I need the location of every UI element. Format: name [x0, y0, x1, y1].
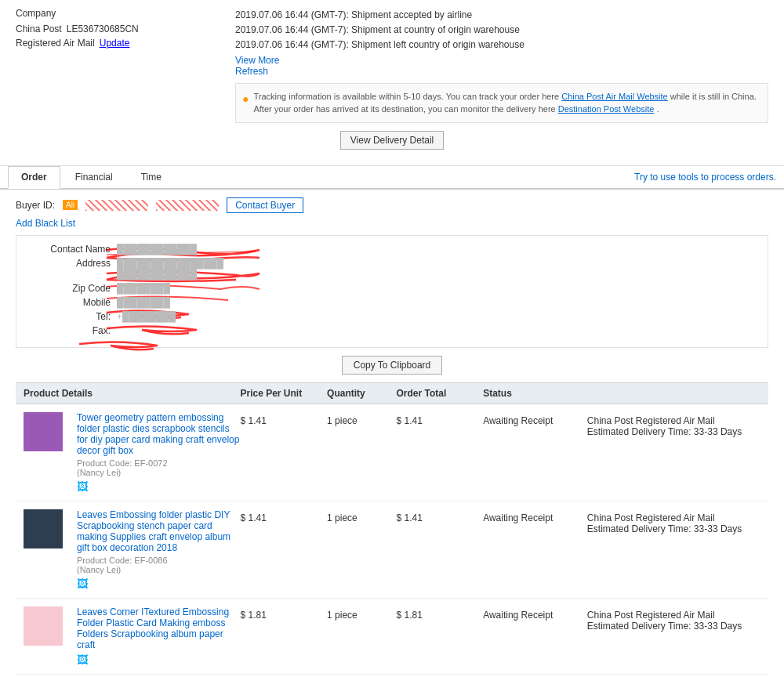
buyer-row: Buyer ID: Ali Contact Buyer [16, 197, 768, 213]
info-text-1: Tracking information is available within… [253, 92, 561, 101]
order-content: Buyer ID: Ali Contact Buyer Add Black Li… [0, 190, 784, 677]
update-link[interactable]: Update [100, 38, 130, 49]
page-wrapper: Company China Post LE536730685CN Registe… [0, 0, 784, 677]
product-details-cell: Leaves Corner ITextured Embossing Folder… [24, 606, 240, 666]
contact-name-field: Contact Name ████████████ [32, 244, 752, 255]
header-status: Status [483, 388, 587, 399]
address-label: Address [32, 258, 111, 280]
cell-total: $ 1.41 [397, 509, 484, 523]
product-thumbnail [24, 606, 63, 646]
cell-quantity: 1 piece [327, 412, 396, 426]
cell-status: Awaiting Receipt [483, 509, 587, 523]
header-product: Product Details [24, 388, 240, 399]
tracking-event-3: 2019.07.06 16:44 (GMT-7): Shipment left … [235, 38, 768, 52]
table-row: Leaves Corner ITextured Embossing Folder… [16, 599, 768, 675]
delivery-time: Estimated Delivery Time: 33-33 Days [587, 426, 760, 437]
add-blacklist-link[interactable]: Add Black List [16, 218, 768, 229]
tab-order[interactable]: Order [8, 166, 60, 189]
delivery-carrier: China Post Registered Air Mail [587, 610, 760, 621]
product-seller: (Nancy Lei) [77, 565, 240, 574]
tab-time[interactable]: Time [128, 166, 175, 188]
contact-buyer-button[interactable]: Contact Buyer [227, 197, 303, 213]
product-thumbnail [24, 509, 63, 548]
shipping-right: 2019.07.06 16:44 (GMT-7): Shipment accep… [235, 8, 768, 123]
buyer-name-redacted [156, 200, 219, 211]
cell-status: Awaiting Receipt [483, 606, 587, 621]
cell-price: $ 1.41 [240, 509, 327, 523]
product-info: Tower geometry pattern embossing folder … [71, 412, 240, 493]
mobile-value: ████████ [117, 297, 752, 308]
view-delivery-button[interactable]: View Delivery Detail [340, 131, 444, 150]
address-value: ████████████████████████████ [117, 258, 752, 280]
buyer-id-badge: Ali [63, 200, 78, 210]
table-row: Leaves Embossing folder plastic DIY Scra… [16, 501, 768, 599]
tracking-event-1: 2019.07.06 16:44 (GMT-7): Shipment accep… [235, 8, 768, 23]
product-table-header: Product Details Price Per Unit Quantity … [16, 382, 768, 404]
contact-info-box: Contact Name ████████████ Address ██████… [16, 235, 768, 348]
cell-delivery: China Post Registered Air Mail Estimated… [587, 412, 760, 437]
try-tools-link[interactable]: Try to use tools to process orders. [634, 172, 776, 183]
fax-field: Fax: [32, 325, 752, 336]
header-delivery [587, 388, 760, 399]
mobile-field: Mobile ████████ [32, 297, 752, 308]
tracking-event-2: 2019.07.06 16:44 (GMT-7): Shipment at co… [235, 23, 768, 38]
zipcode-value: ████████ [117, 283, 752, 294]
company-label: Company [16, 8, 220, 19]
cell-price: $ 1.41 [240, 412, 327, 426]
destination-post-link[interactable]: Destination Post Website [558, 104, 655, 114]
delivery-carrier: China Post Registered Air Mail [587, 512, 760, 523]
cell-status: Awaiting Receipt [483, 412, 587, 426]
tab-financial[interactable]: Financial [62, 166, 126, 188]
refresh-link[interactable]: Refresh [235, 66, 768, 77]
product-thumbnail [24, 412, 63, 451]
tel-field: Tel: +████████ [32, 311, 752, 322]
product-seller: (Nancy Lei) [77, 468, 240, 477]
copy-btn-row: Copy To Clipboard [16, 356, 768, 375]
china-post-link[interactable]: China Post Air Mail Website [561, 92, 668, 101]
image-icon[interactable]: 🖼 [77, 577, 240, 590]
carrier-type: Registered Air Mail [16, 38, 95, 49]
product-details-cell: Tower geometry pattern embossing folder … [24, 412, 240, 493]
product-name[interactable]: Tower geometry pattern embossing folder … [77, 412, 240, 456]
delivery-time: Estimated Delivery Time: 33-33 Days [587, 523, 760, 534]
carrier-row: China Post LE536730685CN [16, 24, 220, 34]
tabs-row: Order Financial Time Try to use tools to… [0, 166, 784, 190]
shipping-section: Company China Post LE536730685CN Registe… [0, 0, 784, 166]
product-info: Leaves Embossing folder plastic DIY Scra… [71, 509, 240, 590]
buyer-id-redacted [85, 200, 148, 211]
product-info: Leaves Corner ITextured Embossing Folder… [71, 606, 240, 666]
zipcode-label: Zip Code [32, 283, 111, 294]
buyer-id-label: Buyer ID: [16, 200, 55, 211]
fax-value [117, 325, 752, 336]
mobile-label: Mobile [32, 297, 111, 308]
tel-value: +████████ [117, 311, 752, 322]
table-row: Tower geometry pattern embossing folder … [16, 404, 768, 501]
view-more-link[interactable]: View More [235, 55, 768, 66]
product-name[interactable]: Leaves Embossing folder plastic DIY Scra… [77, 509, 240, 553]
contact-name-value: ████████████ [117, 244, 752, 255]
cell-total: $ 1.41 [397, 412, 484, 426]
info-dot-icon: ● [242, 91, 249, 107]
product-name[interactable]: Leaves Corner ITextured Embossing Folder… [77, 606, 240, 650]
shipping-left: Company China Post LE536730685CN Registe… [16, 8, 220, 123]
cell-price: $ 1.81 [240, 606, 327, 621]
image-icon[interactable]: 🖼 [77, 653, 240, 666]
header-quantity: Quantity [327, 388, 396, 399]
address-field: Address ████████████████████████████ [32, 258, 752, 280]
contact-name-label: Contact Name [32, 244, 111, 255]
product-code: Product Code: EF-0086 [77, 556, 240, 565]
cell-delivery: China Post Registered Air Mail Estimated… [587, 606, 760, 632]
copy-to-clipboard-button[interactable]: Copy To Clipboard [342, 356, 443, 375]
product-code: Product Code: EF-0072 [77, 458, 240, 468]
header-total: Order Total [397, 388, 484, 399]
product-details-cell: Leaves Embossing folder plastic DIY Scra… [24, 509, 240, 590]
fax-label: Fax: [32, 325, 111, 336]
cell-quantity: 1 piece [327, 509, 396, 523]
product-rows: Tower geometry pattern embossing folder … [16, 404, 768, 675]
tracking-info-box: ● Tracking information is available with… [235, 83, 768, 123]
delivery-carrier: China Post Registered Air Mail [587, 415, 760, 426]
tracking-number: LE536730685CN [67, 24, 139, 34]
tel-label: Tel: [32, 311, 111, 322]
shipping-row: Company China Post LE536730685CN Registe… [16, 8, 768, 123]
image-icon[interactable]: 🖼 [77, 480, 240, 493]
